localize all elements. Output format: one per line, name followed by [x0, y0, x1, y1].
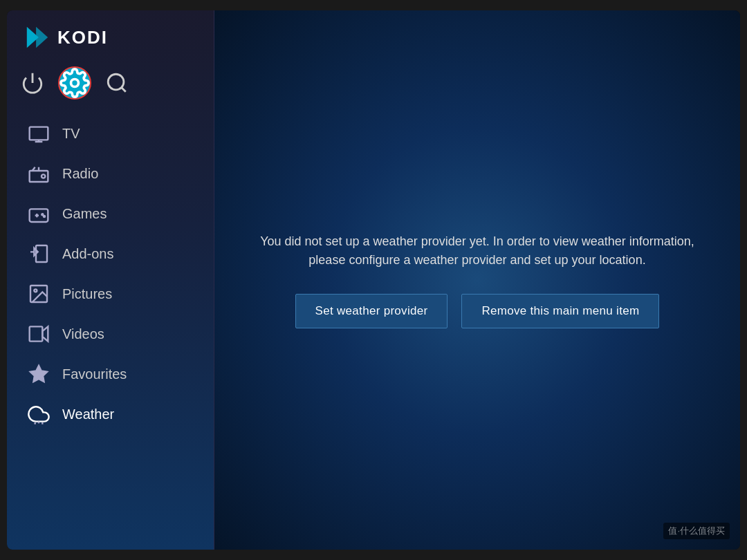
sidebar-item-addons-label: Add-ons: [62, 246, 114, 262]
sidebar-item-radio-label: Radio: [62, 166, 98, 182]
favourites-icon: [28, 363, 50, 385]
app-title: KODI: [57, 27, 108, 48]
sidebar-item-pictures[interactable]: Pictures: [7, 274, 214, 314]
nav-menu: TV Radio: [7, 110, 214, 550]
set-weather-provider-button[interactable]: Set weather provider: [295, 294, 448, 328]
tv-icon: [28, 122, 50, 144]
svg-rect-18: [36, 245, 47, 262]
svg-rect-21: [30, 326, 43, 341]
svg-rect-6: [30, 127, 48, 140]
videos-icon: [28, 323, 50, 345]
sidebar-item-addons[interactable]: Add-ons: [7, 234, 214, 274]
sidebar-item-games[interactable]: Games: [7, 194, 214, 234]
svg-marker-22: [42, 326, 48, 341]
kodi-logo: KODI: [24, 24, 108, 50]
svg-marker-1: [36, 27, 48, 48]
pictures-icon: [28, 283, 50, 305]
sidebar-item-games-label: Games: [62, 206, 107, 222]
svg-point-10: [42, 174, 45, 178]
kodi-logo-icon: [24, 24, 50, 50]
sidebar-item-favourites-label: Favourites: [62, 366, 127, 382]
weather-message-text: You did not set up a weather provider ye…: [242, 232, 712, 270]
power-button[interactable]: [21, 71, 44, 95]
sidebar-item-favourites[interactable]: Favourites: [7, 354, 214, 394]
sidebar-item-radio[interactable]: Radio: [7, 153, 214, 194]
sidebar-item-tv[interactable]: TV: [7, 113, 214, 153]
watermark: 值·什么值得买: [663, 523, 730, 539]
weather-message-container: You did not set up a weather provider ye…: [242, 232, 712, 270]
main-content: You did not set up a weather provider ye…: [214, 10, 740, 550]
sidebar: KODI: [7, 10, 214, 550]
svg-point-3: [71, 80, 79, 87]
sidebar-item-tv-label: TV: [62, 126, 80, 142]
sidebar-controls: [7, 61, 214, 110]
app-header: KODI: [7, 10, 214, 61]
sidebar-item-weather[interactable]: Weather: [7, 394, 214, 434]
remove-menu-item-button[interactable]: Remove this main menu item: [461, 294, 659, 328]
weather-icon: [28, 403, 50, 425]
addons-icon: [28, 243, 50, 265]
svg-line-5: [122, 88, 126, 92]
radio-icon: [28, 162, 50, 185]
svg-point-20: [34, 289, 37, 292]
sidebar-item-weather-label: Weather: [62, 407, 114, 422]
svg-marker-23: [30, 365, 48, 382]
action-buttons: Set weather provider Remove this main me…: [295, 294, 660, 328]
settings-button[interactable]: [58, 66, 91, 100]
games-icon: [28, 203, 50, 225]
sidebar-item-videos[interactable]: Videos: [7, 314, 214, 354]
sidebar-item-pictures-label: Pictures: [62, 286, 112, 302]
svg-point-16: [42, 214, 43, 215]
sidebar-item-videos-label: Videos: [62, 326, 104, 342]
svg-point-4: [108, 74, 124, 90]
svg-point-17: [44, 216, 45, 217]
search-button[interactable]: [105, 71, 129, 95]
